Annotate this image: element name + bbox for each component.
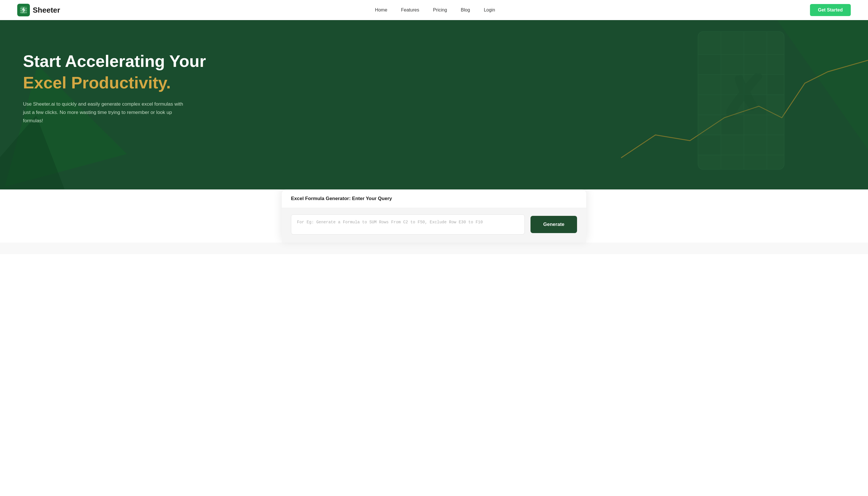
- hero-description: Use Sheeter.ai to quickly and easily gen…: [23, 100, 184, 125]
- nav-right: Get Started: [810, 4, 851, 16]
- svg-rect-19: [767, 75, 784, 94]
- get-started-button[interactable]: Get Started: [810, 4, 851, 16]
- nav-link-login[interactable]: Login: [484, 7, 495, 12]
- nav-link-home[interactable]: Home: [375, 7, 387, 12]
- formula-card: Excel Formula Generator: Enter Your Quer…: [282, 189, 586, 243]
- nav-link-pricing[interactable]: Pricing: [433, 7, 447, 12]
- svg-rect-16: [698, 55, 721, 74]
- hero-spreadsheet-decoration: ✗: [692, 26, 790, 175]
- svg-text:✗: ✗: [719, 66, 768, 130]
- hero-section: ✗ Start Accelerating Your Excel Producti…: [0, 20, 868, 189]
- formula-card-container: Excel Formula Generator: Enter Your Quer…: [0, 189, 868, 243]
- navbar: Sheeter Home Features Pricing Blog Login…: [0, 0, 868, 20]
- logo-link[interactable]: Sheeter: [17, 4, 60, 16]
- formula-query-input[interactable]: [291, 214, 525, 234]
- formula-card-title: Excel Formula Generator: Enter Your Quer…: [291, 196, 392, 201]
- nav-item-features[interactable]: Features: [401, 7, 419, 13]
- nav-item-login[interactable]: Login: [484, 7, 495, 13]
- formula-card-header: Excel Formula Generator: Enter Your Quer…: [282, 189, 586, 208]
- hero-content: Start Accelerating Your Excel Productivi…: [23, 43, 206, 142]
- nav-item-pricing[interactable]: Pricing: [433, 7, 447, 13]
- logo-text: Sheeter: [33, 6, 60, 15]
- formula-input-area: Generate: [282, 208, 586, 243]
- nav-item-home[interactable]: Home: [375, 7, 387, 13]
- hero-title-line2: Excel Productivity.: [23, 73, 206, 92]
- nav-link-blog[interactable]: Blog: [461, 7, 470, 12]
- bottom-filler: [0, 243, 868, 254]
- logo-icon: [17, 4, 30, 16]
- nav-link-features[interactable]: Features: [401, 7, 419, 12]
- svg-rect-20: [698, 135, 721, 155]
- nav-links: Home Features Pricing Blog Login: [375, 7, 495, 13]
- generate-button[interactable]: Generate: [531, 216, 577, 233]
- logo-svg: [19, 6, 28, 14]
- nav-item-blog[interactable]: Blog: [461, 7, 470, 13]
- hero-title-line1: Start Accelerating Your: [23, 52, 206, 71]
